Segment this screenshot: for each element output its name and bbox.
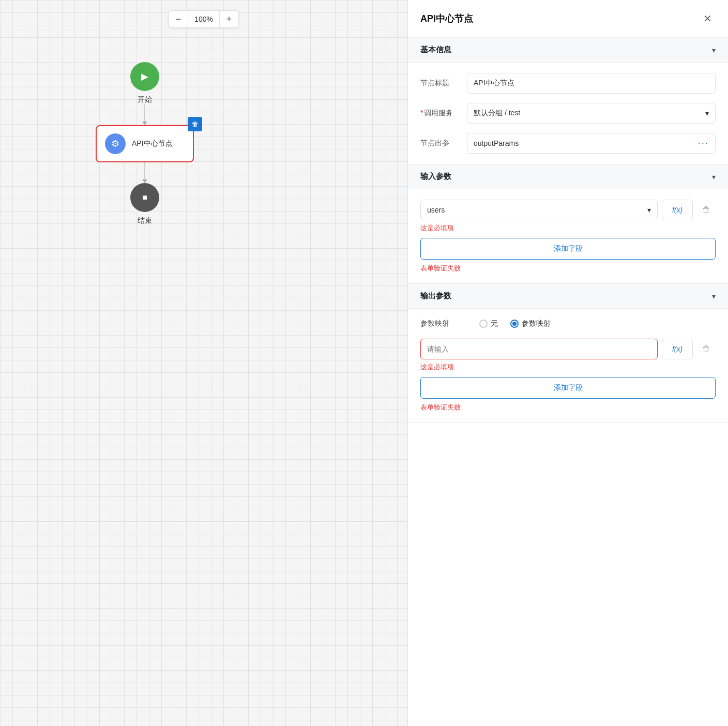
input-param-trash-icon: 🗑 <box>702 205 710 215</box>
radio-option-mapping[interactable]: 参数映射 <box>510 319 551 328</box>
trash-icon: 🗑 <box>191 120 199 128</box>
start-node-wrapper: 开始 <box>130 62 159 104</box>
canvas-area: − 100% + 开始 🗑 ⚙ API中心节点 <box>0 0 407 726</box>
output-params-validation-error: 表单验证失败 <box>420 403 716 412</box>
play-icon <box>141 71 148 82</box>
api-node-wrapper: 🗑 ⚙ API中心节点 <box>96 125 194 162</box>
input-params-body: users ▾ f(x) 🗑 这是必填项 添加字段 表单验证失败 <box>408 189 728 284</box>
output-param-dots-button[interactable]: ··· <box>698 138 709 149</box>
stop-icon <box>142 193 147 202</box>
service-value: 默认分组 / test <box>474 109 520 118</box>
api-node-icon: ⚙ <box>105 133 126 154</box>
output-param-name-input[interactable] <box>420 339 658 359</box>
output-params-chevron-icon: ▾ <box>712 292 716 300</box>
right-panel: API中心节点 ✕ 基本信息 ▾ 节点标题 调用服务 默认分组 / test ▾ <box>407 0 728 726</box>
output-param-trash-icon: 🗑 <box>702 344 710 354</box>
radio-mapping-label: 参数映射 <box>522 319 551 328</box>
output-params-section-header[interactable]: 输出参数 ▾ <box>408 284 728 309</box>
panel-title: API中心节点 <box>420 12 473 25</box>
input-params-title: 输入参数 <box>420 172 451 182</box>
param-mapping-label: 参数映射 <box>420 319 467 328</box>
radio-option-none[interactable]: 无 <box>479 319 498 328</box>
zoom-in-button[interactable]: + <box>220 11 238 27</box>
output-param-required-error: 这是必填项 <box>420 362 716 372</box>
input-param-required-error: 这是必填项 <box>420 223 716 233</box>
node-title-input[interactable] <box>467 73 716 94</box>
input-param-row: users ▾ f(x) 🗑 <box>420 200 716 220</box>
basic-info-body: 节点标题 调用服务 默认分组 / test ▾ 节点出参 outputParam… <box>408 63 728 164</box>
input-param-chevron-icon: ▾ <box>647 206 651 214</box>
radio-none-circle <box>479 320 488 328</box>
api-node-delete-button[interactable]: 🗑 <box>188 117 202 131</box>
input-param-delete-button[interactable]: 🗑 <box>697 201 716 219</box>
node-title-row: 节点标题 <box>420 73 716 94</box>
add-input-field-button[interactable]: 添加字段 <box>420 238 716 260</box>
input-params-validation-error: 表单验证失败 <box>420 264 716 273</box>
add-input-field-label: 添加字段 <box>554 244 583 253</box>
start-node-label: 开始 <box>138 95 152 104</box>
end-node-wrapper: 结束 <box>130 183 159 225</box>
zoom-controls: − 100% + <box>169 10 239 28</box>
output-params-title: 输出参数 <box>420 291 451 301</box>
input-params-chevron-icon: ▾ <box>712 173 716 181</box>
input-params-section-header[interactable]: 输入参数 ▾ <box>408 164 728 189</box>
output-param-field: outputParams ··· <box>467 133 716 154</box>
service-row: 调用服务 默认分组 / test ▾ <box>420 103 716 124</box>
close-button[interactable]: ✕ <box>699 10 716 27</box>
input-param-name-select[interactable]: users ▾ <box>420 200 658 220</box>
start-node[interactable] <box>130 62 159 91</box>
api-node[interactable]: ⚙ API中心节点 <box>96 125 194 162</box>
output-param-fx-button[interactable]: f(x) <box>662 339 693 359</box>
gear-icon: ⚙ <box>111 138 119 149</box>
input-param-fx-button[interactable]: f(x) <box>662 200 693 220</box>
output-param-value: outputParams <box>474 139 519 147</box>
service-select[interactable]: 默认分组 / test ▾ <box>467 103 716 124</box>
basic-info-title: 基本信息 <box>420 45 451 55</box>
output-param-label: 节点出参 <box>420 139 467 148</box>
param-mapping-radio-group: 参数映射 无 参数映射 <box>420 319 716 328</box>
connector-api-to-end <box>144 162 145 183</box>
output-params-body: 参数映射 无 参数映射 f(x) 🗑 这是必填项 <box>408 309 728 423</box>
connector-start-to-api <box>144 104 145 125</box>
panel-content: 基本信息 ▾ 节点标题 调用服务 默认分组 / test ▾ 节点出参 <box>408 38 728 726</box>
node-title-label: 节点标题 <box>420 79 467 88</box>
zoom-out-button[interactable]: − <box>169 11 188 27</box>
add-output-field-button[interactable]: 添加字段 <box>420 377 716 399</box>
input-param-name-value: users <box>427 206 445 214</box>
radio-none-label: 无 <box>491 319 498 328</box>
basic-info-section-header[interactable]: 基本信息 ▾ <box>408 38 728 63</box>
zoom-value: 100% <box>188 11 220 27</box>
radio-mapping-circle <box>510 320 519 328</box>
service-label: 调用服务 <box>420 109 467 118</box>
output-param-delete-button[interactable]: 🗑 <box>697 340 716 358</box>
basic-info-chevron-icon: ▾ <box>712 46 716 54</box>
service-chevron-icon: ▾ <box>705 109 709 117</box>
add-output-field-label: 添加字段 <box>554 383 583 392</box>
api-node-label: API中心节点 <box>132 139 173 148</box>
panel-header: API中心节点 ✕ <box>408 0 728 38</box>
output-param-row: 节点出参 outputParams ··· <box>420 133 716 154</box>
end-node-label: 结束 <box>138 216 152 225</box>
flow-container: 开始 🗑 ⚙ API中心节点 结束 <box>96 62 194 225</box>
output-param-row-1: f(x) 🗑 <box>420 339 716 359</box>
end-node[interactable] <box>130 183 159 212</box>
